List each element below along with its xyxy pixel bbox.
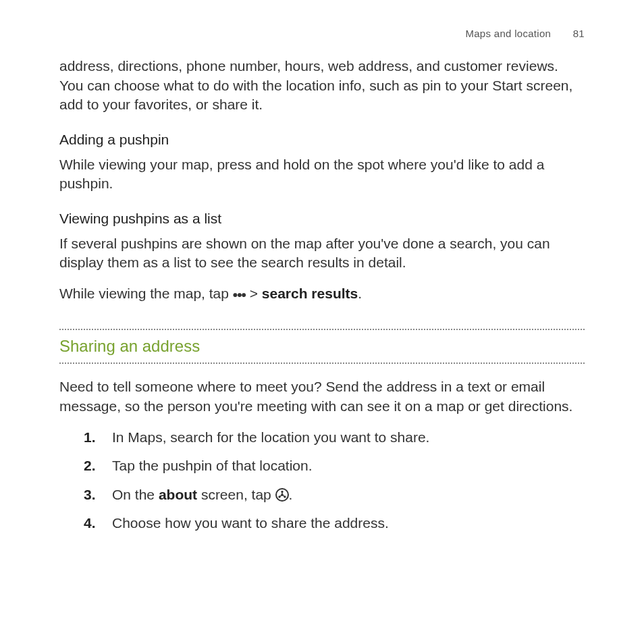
list-item: Tap the pushpin of that location. xyxy=(84,456,585,475)
list-item: Choose how you want to share the address… xyxy=(84,514,585,533)
page-header: Maps and location 81 xyxy=(59,27,585,41)
share-icon xyxy=(275,488,289,502)
list-item: On the about screen, tap . xyxy=(84,485,585,504)
text-fragment: . xyxy=(358,286,362,301)
svg-point-2 xyxy=(279,496,280,498)
viewing-pushpins-text2: While viewing the map, tap ••• > search … xyxy=(59,284,585,304)
header-section-title: Maps and location xyxy=(465,28,551,39)
sharing-address-heading: Sharing an address xyxy=(59,329,585,364)
list-item: In Maps, search for the location you wan… xyxy=(84,428,585,447)
text-fragment: . xyxy=(289,487,293,502)
about-label: about xyxy=(159,487,197,502)
intro-paragraph: address, directions, phone number, hours… xyxy=(59,57,585,114)
text-fragment: While viewing the map, tap xyxy=(59,286,233,301)
text-fragment: On the xyxy=(112,487,159,502)
adding-pushpin-heading: Adding a pushpin xyxy=(59,130,585,149)
more-icon: ••• xyxy=(233,286,246,304)
sharing-steps-list: In Maps, search for the location you wan… xyxy=(84,428,585,533)
sharing-intro: Need to tell someone where to meet you? … xyxy=(59,377,585,416)
svg-point-1 xyxy=(281,491,283,493)
svg-point-3 xyxy=(284,496,286,498)
header-page-number: 81 xyxy=(573,28,585,39)
viewing-pushpins-heading: Viewing pushpins as a list xyxy=(59,209,585,228)
adding-pushpin-text: While viewing your map, press and hold o… xyxy=(59,155,585,194)
text-fragment: > xyxy=(246,286,262,301)
text-fragment: screen, tap xyxy=(197,487,275,502)
search-results-label: search results xyxy=(262,286,358,301)
viewing-pushpins-text1: If several pushpins are shown on the map… xyxy=(59,234,585,273)
